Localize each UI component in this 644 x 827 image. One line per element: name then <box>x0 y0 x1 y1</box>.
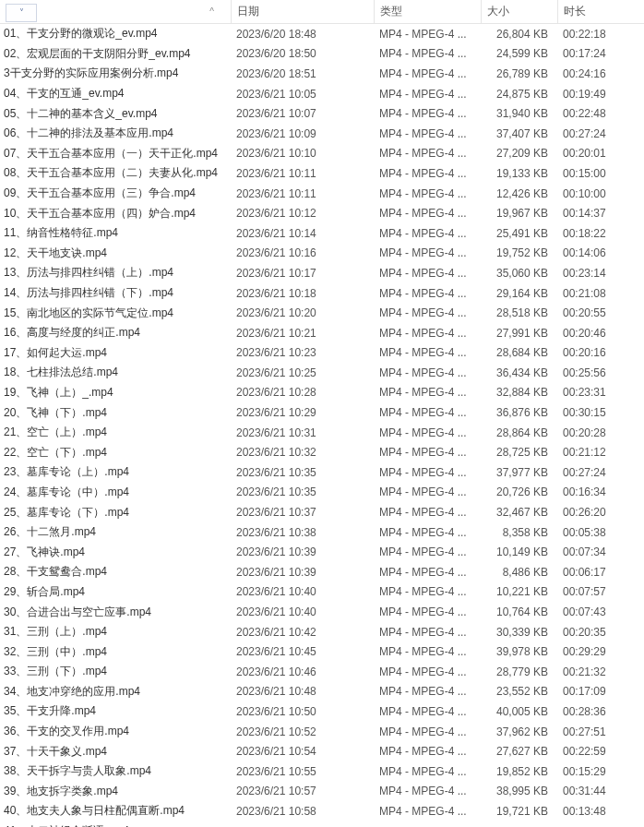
name-filter-dropdown[interactable]: ˅ <box>6 4 37 22</box>
file-type: MP4 - MPEG-4 ... <box>374 626 481 639</box>
file-name: 22、空亡（下）.mp4 <box>0 445 231 461</box>
file-date: 2023/6/21 10:14 <box>231 227 374 240</box>
file-name: 30、合进合出与空亡应事.mp4 <box>0 605 231 620</box>
file-duration: 00:07:34 <box>557 545 644 558</box>
file-row[interactable]: 08、天干五合基本应用（二）夫妻从化.mp42023/6/21 10:11MP4… <box>0 163 644 184</box>
file-row[interactable]: 34、地支冲穿绝的应用.mp42023/6/21 10:48MP4 - MPEG… <box>0 682 644 702</box>
file-name: 16、高度与经度的纠正.mp4 <box>0 325 231 341</box>
file-row[interactable]: 10、天干五合基本应用（四）妒合.mp42023/6/21 10:12MP4 -… <box>0 203 644 223</box>
file-duration: 00:14:37 <box>557 207 644 220</box>
file-row[interactable]: 07、天干五合基本应用（一）天干正化.mp42023/6/21 10:10MP4… <box>0 144 644 164</box>
column-header-duration[interactable]: 时长 <box>557 0 644 23</box>
file-row[interactable]: 32、三刑（中）.mp42023/6/21 10:45MP4 - MPEG-4 … <box>0 641 644 662</box>
file-row[interactable]: 12、天干地支诀.mp42023/6/21 10:16MP4 - MPEG-4 … <box>0 244 644 264</box>
file-row[interactable]: 40、地支夫人象与日柱配偶直断.mp42023/6/21 10:58MP4 - … <box>0 801 644 821</box>
column-header-name[interactable]: ˅ ^ <box>0 2 231 22</box>
file-row[interactable]: 27、飞神诀.mp42023/6/21 10:39MP4 - MPEG-4 ..… <box>0 542 644 562</box>
file-type: MP4 - MPEG-4 ... <box>374 386 481 399</box>
file-row[interactable]: 17、如何起大运.mp42023/6/21 10:23MP4 - MPEG-4 … <box>0 343 644 364</box>
file-name: 41、十二神组合断语.mp4 <box>0 823 231 827</box>
file-row[interactable]: 37、十天干象义.mp42023/6/21 10:54MP4 - MPEG-4 … <box>0 741 644 761</box>
file-duration: 00:21:08 <box>557 287 644 300</box>
file-date: 2023/6/21 10:09 <box>231 127 374 140</box>
file-row[interactable]: 28、干支鸳鸯合.mp42023/6/21 10:39MP4 - MPEG-4 … <box>0 562 644 582</box>
file-row[interactable]: 31、三刑（上）.mp42023/6/21 10:42MP4 - MPEG-4 … <box>0 622 644 642</box>
file-name: 28、干支鸳鸯合.mp4 <box>0 564 231 580</box>
file-row[interactable]: 30、合进合出与空亡应事.mp42023/6/21 10:40MP4 - MPE… <box>0 602 644 622</box>
file-row[interactable]: 33、三刑（下）.mp42023/6/21 10:46MP4 - MPEG-4 … <box>0 662 644 682</box>
file-size: 38,995 KB <box>481 785 557 797</box>
file-name: 07、天干五合基本应用（一）天干正化.mp4 <box>0 146 231 162</box>
file-size: 37,407 KB <box>481 127 557 140</box>
file-size: 39,978 KB <box>481 645 557 658</box>
file-duration: 00:20:46 <box>557 327 644 340</box>
file-type: MP4 - MPEG-4 ... <box>374 566 481 579</box>
file-row[interactable]: 3干支分野的实际应用案例分析.mp42023/6/20 18:51MP4 - M… <box>0 64 644 84</box>
file-date: 2023/6/21 10:16 <box>231 246 374 259</box>
file-name: 11、纳音性格特征.mp4 <box>0 225 231 241</box>
file-size: 37,962 KB <box>481 725 557 738</box>
file-size: 27,627 KB <box>481 745 557 758</box>
file-name: 10、天干五合基本应用（四）妒合.mp4 <box>0 206 231 222</box>
file-name: 29、斩合局.mp4 <box>0 584 231 600</box>
file-row[interactable]: 22、空亡（下）.mp42023/6/21 10:32MP4 - MPEG-4 … <box>0 442 644 462</box>
column-header-size[interactable]: 大小 <box>481 0 557 23</box>
file-duration: 00:05:38 <box>557 526 644 539</box>
file-row[interactable]: 39、地支拆字类象.mp42023/6/21 10:57MP4 - MPEG-4… <box>0 782 644 802</box>
file-type: MP4 - MPEG-4 ... <box>374 246 481 259</box>
file-row[interactable]: 26、十二煞月.mp42023/6/21 10:38MP4 - MPEG-4 .… <box>0 522 644 543</box>
file-row[interactable]: 02、宏观层面的干支阴阳分野_ev.mp42023/6/20 18:50MP4 … <box>0 44 644 65</box>
column-header-date[interactable]: 日期 <box>231 0 374 23</box>
file-duration: 00:21:32 <box>557 665 644 678</box>
file-row[interactable]: 05、十二神的基本含义_ev.mp42023/6/21 10:07MP4 - M… <box>0 103 644 124</box>
file-name: 3干支分野的实际应用案例分析.mp4 <box>0 66 231 81</box>
file-row[interactable]: 21、空亡（上）.mp42023/6/21 10:31MP4 - MPEG-4 … <box>0 423 644 443</box>
file-row[interactable]: 09、天干五合基本应用（三）争合.mp42023/6/21 10:11MP4 -… <box>0 184 644 204</box>
file-type: MP4 - MPEG-4 ... <box>374 327 481 340</box>
file-type: MP4 - MPEG-4 ... <box>374 585 481 598</box>
chevron-down-icon: ˅ <box>19 7 24 18</box>
file-date: 2023/6/21 10:20 <box>231 306 374 319</box>
file-name: 24、墓库专论（中）.mp4 <box>0 485 231 500</box>
file-type: MP4 - MPEG-4 ... <box>374 485 481 498</box>
file-row[interactable]: 15、南北地区的实际节气定位.mp42023/6/21 10:20MP4 - M… <box>0 303 644 323</box>
file-row[interactable]: 38、天干拆字与贵人取象.mp42023/6/21 10:55MP4 - MPE… <box>0 761 644 782</box>
file-row[interactable]: 20、飞神（下）.mp42023/6/21 10:29MP4 - MPEG-4 … <box>0 402 644 423</box>
file-row[interactable]: 41、十二神组合断语.mp42023/6/21 10:59MP4 - MPEG-… <box>0 821 644 827</box>
file-type: MP4 - MPEG-4 ... <box>374 506 481 519</box>
file-date: 2023/6/21 10:46 <box>231 665 374 678</box>
file-row[interactable]: 24、墓库专论（中）.mp42023/6/21 10:35MP4 - MPEG-… <box>0 483 644 503</box>
file-row[interactable]: 25、墓库专论（下）.mp42023/6/21 10:37MP4 - MPEG-… <box>0 502 644 522</box>
file-row[interactable]: 29、斩合局.mp42023/6/21 10:40MP4 - MPEG-4 ..… <box>0 582 644 603</box>
file-date: 2023/6/21 10:18 <box>231 287 374 300</box>
file-type: MP4 - MPEG-4 ... <box>374 765 481 778</box>
file-duration: 00:07:57 <box>557 585 644 598</box>
file-row[interactable]: 19、飞神（上）_.mp42023/6/21 10:28MP4 - MPEG-4… <box>0 383 644 403</box>
file-row[interactable]: 16、高度与经度的纠正.mp42023/6/21 10:21MP4 - MPEG… <box>0 323 644 343</box>
file-row[interactable]: 23、墓库专论（上）.mp42023/6/21 10:35MP4 - MPEG-… <box>0 462 644 483</box>
file-size: 37,977 KB <box>481 466 557 479</box>
file-row[interactable]: 18、七柱排法总结.mp42023/6/21 10:25MP4 - MPEG-4… <box>0 363 644 383</box>
file-row[interactable]: 01、干支分野的微观论_ev.mp42023/6/20 18:48MP4 - M… <box>0 24 644 44</box>
file-row[interactable]: 13、历法与排四柱纠错（上）.mp42023/6/21 10:17MP4 - M… <box>0 263 644 283</box>
file-row[interactable]: 11、纳音性格特征.mp42023/6/21 10:14MP4 - MPEG-4… <box>0 223 644 244</box>
file-row[interactable]: 06、十二神的排法及基本应用.mp42023/6/21 10:09MP4 - M… <box>0 124 644 144</box>
file-duration: 00:07:43 <box>557 605 644 618</box>
file-name: 14、历法与排四柱纠错（下）.mp4 <box>0 285 231 301</box>
file-name: 27、飞神诀.mp4 <box>0 545 231 560</box>
file-row[interactable]: 04、干支的互通_ev.mp42023/6/21 10:05MP4 - MPEG… <box>0 84 644 104</box>
file-type: MP4 - MPEG-4 ... <box>374 306 481 319</box>
file-duration: 00:23:14 <box>557 267 644 280</box>
file-name: 38、天干拆字与贵人取象.mp4 <box>0 763 231 779</box>
file-date: 2023/6/21 10:39 <box>231 566 374 579</box>
file-size: 8,358 KB <box>481 526 557 539</box>
file-name: 32、三刑（中）.mp4 <box>0 644 231 660</box>
file-row[interactable]: 36、干支的交叉作用.mp42023/6/21 10:52MP4 - MPEG-… <box>0 722 644 742</box>
file-row[interactable]: 14、历法与排四柱纠错（下）.mp42023/6/21 10:18MP4 - M… <box>0 283 644 304</box>
file-duration: 00:31:44 <box>557 785 644 797</box>
file-date: 2023/6/21 10:38 <box>231 526 374 539</box>
file-size: 30,339 KB <box>481 626 557 639</box>
file-size: 25,491 KB <box>481 227 557 240</box>
column-header-type[interactable]: 类型 <box>374 0 481 23</box>
file-row[interactable]: 35、干支升降.mp42023/6/21 10:50MP4 - MPEG-4 .… <box>0 701 644 722</box>
